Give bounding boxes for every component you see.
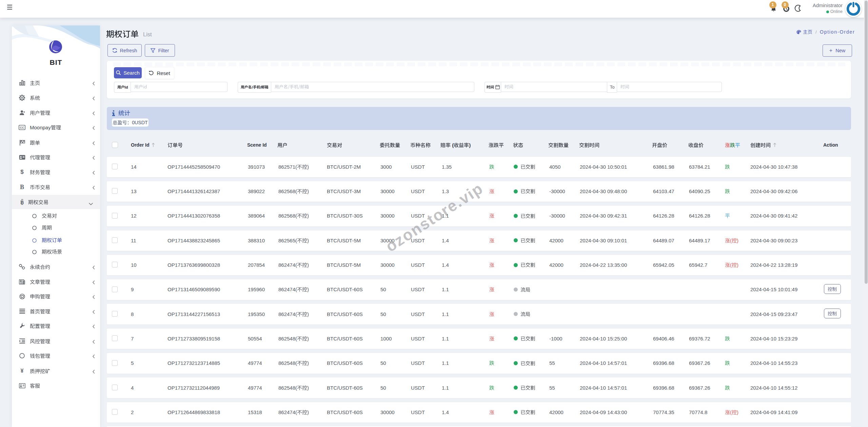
svg-text:B: B bbox=[20, 200, 24, 205]
svg-text:CC: CC bbox=[20, 126, 24, 129]
